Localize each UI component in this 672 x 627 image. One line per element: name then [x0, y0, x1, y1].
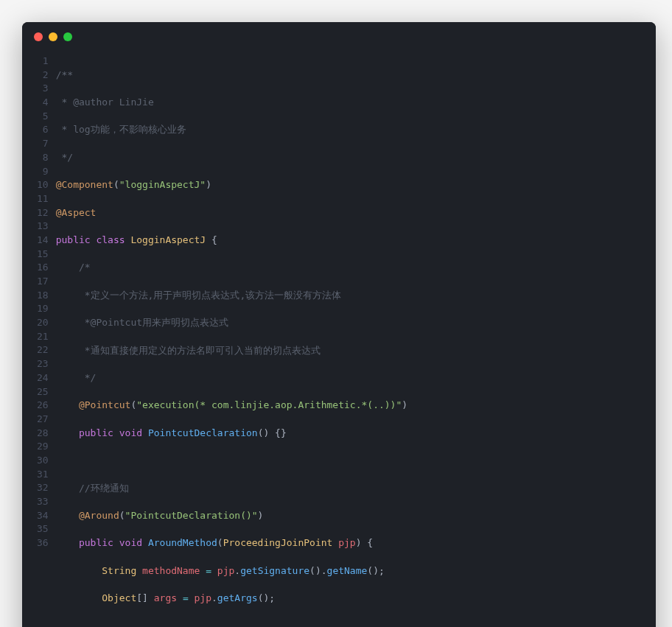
line-number: 34 [37, 509, 49, 523]
code-line: */ [56, 371, 656, 385]
line-number: 6 [37, 123, 49, 137]
window-title-bar [22, 22, 656, 47]
code-line: //环绕通知 [56, 482, 656, 496]
code-line: @Around("PointcutDeclaration()") [56, 509, 656, 523]
line-number: 12 [37, 206, 49, 220]
line-number: 10 [37, 178, 49, 192]
code-line: *@Pointcut用来声明切点表达式 [56, 316, 656, 330]
code-line: *通知直接使用定义的方法名即可引入当前的切点表达式 [56, 344, 656, 358]
line-number: 29 [37, 440, 49, 454]
code-container: 1234567891011121314151617181920212223242… [22, 47, 656, 627]
code-line: public void PointcutDeclaration() {} [56, 427, 656, 441]
code-line: @Aspect [56, 206, 656, 220]
line-number: 13 [37, 220, 49, 234]
line-number: 3 [37, 82, 49, 96]
code-line: public void AroundMethod(ProceedingJoinP… [56, 536, 656, 550]
line-number: 8 [37, 151, 49, 165]
code-line: *定义一个方法,用于声明切点表达式,该方法一般没有方法体 [56, 289, 656, 303]
code-line [56, 620, 656, 627]
maximize-icon[interactable] [63, 32, 72, 41]
code-line: * @author LinJie [56, 96, 656, 110]
line-number: 23 [37, 357, 49, 371]
line-number: 24 [37, 371, 49, 385]
line-number: 31 [37, 468, 49, 482]
code-line: * log功能，不影响核心业务 [56, 123, 656, 137]
line-number: 17 [37, 275, 49, 289]
minimize-icon[interactable] [49, 32, 57, 41]
line-number: 11 [37, 192, 49, 206]
line-number: 26 [37, 399, 49, 413]
line-number: 32 [37, 481, 49, 495]
line-number: 25 [37, 385, 49, 399]
line-number: 2 [37, 69, 49, 83]
code-line: Object[] args = pjp.getArgs(); [56, 592, 656, 606]
line-number: 28 [37, 427, 49, 441]
code-line [56, 454, 656, 468]
line-number: 36 [37, 536, 49, 550]
line-number: 5 [37, 110, 49, 124]
line-number: 18 [37, 289, 49, 303]
line-number: 4 [37, 96, 49, 110]
code-line: /** [56, 69, 656, 83]
line-number: 14 [37, 234, 49, 248]
code-line: /* [56, 261, 656, 275]
line-number: 33 [37, 495, 49, 509]
line-number: 9 [37, 165, 49, 179]
line-number: 20 [37, 316, 49, 330]
code-content[interactable]: /** * @author LinJie * log功能，不影响核心业务 */ … [56, 55, 656, 627]
code-line: public class LogginAspectJ { [56, 234, 656, 248]
line-number: 7 [37, 137, 49, 151]
line-number-gutter: 1234567891011121314151617181920212223242… [22, 55, 56, 627]
line-number: 35 [37, 522, 49, 536]
line-number: 19 [37, 302, 49, 316]
code-line: String methodName = pjp.getSignature().g… [56, 564, 656, 578]
close-icon[interactable] [34, 32, 43, 41]
line-number: 27 [37, 413, 49, 427]
line-number: 22 [37, 343, 49, 357]
line-number: 30 [37, 454, 49, 468]
code-line: @Pointcut("execution(* com.linjie.aop.Ar… [56, 399, 656, 413]
line-number: 1 [37, 55, 49, 69]
code-editor-window: 1234567891011121314151617181920212223242… [22, 22, 656, 627]
line-number: 16 [37, 261, 49, 275]
line-number: 21 [37, 330, 49, 344]
code-line: @Component("logginAspectJ") [56, 178, 656, 192]
code-line: */ [56, 151, 656, 165]
line-number: 15 [37, 248, 49, 262]
